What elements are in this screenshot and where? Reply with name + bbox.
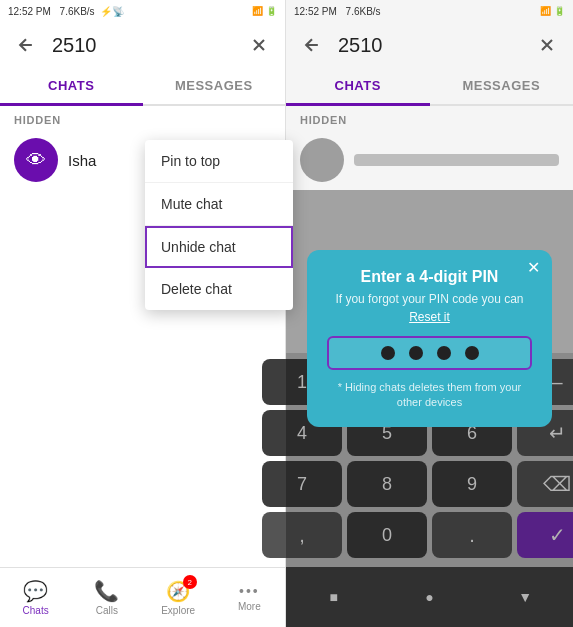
right-hidden-label: HIDDEN	[286, 106, 573, 130]
more-nav-icon: •••	[239, 583, 260, 599]
explore-badge: 2	[183, 575, 197, 589]
left-header: 2510	[0, 22, 285, 68]
right-tabs: CHATS MESSAGES	[286, 68, 573, 106]
menu-pin-to-top[interactable]: Pin to top	[145, 140, 293, 183]
tab-chats-left[interactable]: CHATS	[0, 68, 143, 106]
pin-dot-2	[409, 346, 423, 360]
pin-dot-4	[465, 346, 479, 360]
tab-messages-left[interactable]: MESSAGES	[143, 68, 286, 104]
pin-reset-link[interactable]: Reset it	[327, 310, 532, 324]
left-panel: 12:52 PM 7.6KB/s ⚡📡 📶 🔋 2510 CHATS MESSA…	[0, 0, 286, 627]
menu-mute-chat[interactable]: Mute chat	[145, 183, 293, 226]
right-battery-icon: 🔋	[554, 6, 565, 16]
right-back-button[interactable]	[298, 31, 326, 59]
tab-chats-right[interactable]: CHATS	[286, 68, 430, 106]
battery-icon: 🔋	[266, 6, 277, 16]
menu-unhide-chat[interactable]: Unhide chat	[145, 226, 293, 268]
status-icons-left: 📶 🔋	[252, 6, 277, 16]
nav-more[interactable]: ••• More	[214, 568, 285, 627]
status-time-left: 12:52 PM 7.6KB/s ⚡📡	[8, 6, 124, 17]
left-tabs: CHATS MESSAGES	[0, 68, 285, 106]
signal-icon: 📶	[252, 6, 263, 16]
back-button[interactable]	[12, 31, 40, 59]
left-bottom-nav: 💬 Chats 📞 Calls 🧭 2 Explore ••• More	[0, 567, 285, 627]
time-display: 12:52 PM	[8, 6, 51, 17]
right-content-area: ✕ Enter a 4-digit PIN If you forgot your…	[286, 190, 573, 627]
pin-dialog-title: Enter a 4-digit PIN	[327, 268, 532, 286]
hidden-section-label: HIDDEN	[0, 106, 285, 130]
right-signal-icon: 📶	[540, 6, 551, 16]
tab-messages-right[interactable]: MESSAGES	[430, 68, 574, 104]
right-header-title: 2510	[338, 34, 521, 57]
nav-chats[interactable]: 💬 Chats	[0, 568, 71, 627]
right-chat-name-blur	[354, 154, 559, 166]
pin-dots-container[interactable]	[327, 336, 532, 370]
avatar-isha: 👁	[14, 138, 58, 182]
left-header-title: 2510	[52, 34, 233, 57]
status-time-right: 12:52 PM 7.6KB/s	[294, 6, 381, 17]
right-header: 2510	[286, 22, 573, 68]
more-nav-label: More	[238, 601, 261, 612]
right-avatar-blur	[300, 138, 344, 182]
right-chat-item	[286, 130, 573, 190]
calls-nav-label: Calls	[96, 605, 118, 616]
left-status-bar: 12:52 PM 7.6KB/s ⚡📡 📶 🔋	[0, 0, 285, 22]
pin-dot-1	[381, 346, 395, 360]
right-time-display: 12:52 PM	[294, 6, 337, 17]
status-icons-right: 📶 🔋	[540, 6, 565, 16]
right-data-speed: 7.6KB/s	[346, 6, 381, 17]
nav-explore[interactable]: 🧭 2 Explore	[143, 568, 214, 627]
pin-close-button[interactable]: ✕	[527, 258, 540, 277]
right-panel: 12:52 PM 7.6KB/s 📶 🔋 2510 CHATS MESSAGES…	[286, 0, 573, 627]
explore-badge-container: 🧭 2	[166, 579, 191, 603]
pin-dialog-subtitle: If you forgot your PIN code you can	[327, 292, 532, 306]
nav-calls[interactable]: 📞 Calls	[71, 568, 142, 627]
calls-nav-icon: 📞	[94, 579, 119, 603]
close-button-left[interactable]	[245, 31, 273, 59]
pin-overlay: ✕ Enter a 4-digit PIN If you forgot your…	[286, 190, 573, 627]
data-speed: 7.6KB/s	[60, 6, 95, 17]
context-menu: Pin to top Mute chat Unhide chat Delete …	[145, 140, 293, 310]
pin-dot-3	[437, 346, 451, 360]
right-status-bar: 12:52 PM 7.6KB/s 📶 🔋	[286, 0, 573, 22]
explore-nav-label: Explore	[161, 605, 195, 616]
chats-nav-label: Chats	[23, 605, 49, 616]
pin-note: * Hiding chats deletes them from your ot…	[327, 380, 532, 411]
pin-dialog: ✕ Enter a 4-digit PIN If you forgot your…	[307, 250, 552, 427]
close-button-right[interactable]	[533, 31, 561, 59]
menu-delete-chat[interactable]: Delete chat	[145, 268, 293, 310]
chats-nav-icon: 💬	[23, 579, 48, 603]
